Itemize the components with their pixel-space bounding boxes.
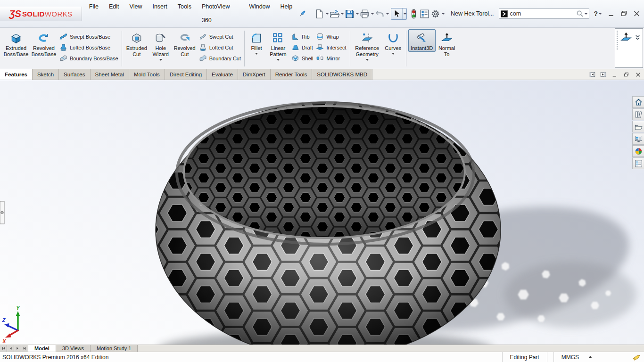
search-box: [499, 8, 589, 19]
lofted-cut-button[interactable]: Lofted Cut: [199, 43, 241, 51]
tab-sketch[interactable]: Sketch: [33, 69, 59, 80]
menu-window[interactable]: Window: [244, 0, 275, 27]
draft-button[interactable]: Draft: [291, 43, 313, 51]
linear-pattern-button[interactable]: Linear Pattern: [266, 29, 290, 61]
new-document-button[interactable]: [314, 8, 325, 19]
search-icon[interactable]: [576, 10, 584, 17]
boundary-cut-button[interactable]: Boundary Cut: [199, 54, 241, 62]
tab-evaluate[interactable]: Evaluate: [207, 69, 238, 80]
curves-button[interactable]: Curves: [382, 29, 404, 55]
pin-menu-icon[interactable]: [298, 9, 307, 18]
help-dropdown-arrow-icon[interactable]: [598, 8, 602, 19]
shell-button[interactable]: Shell: [291, 54, 313, 62]
rib-button[interactable]: Rib: [291, 33, 313, 41]
doc-close-button[interactable]: [632, 70, 644, 79]
save-button[interactable]: [344, 8, 355, 19]
doc-restore-button[interactable]: [620, 70, 632, 79]
mirror-button[interactable]: Mirror: [316, 54, 346, 62]
viewport-3d-model[interactable]: Y Z X: [0, 80, 644, 345]
lofted-boss-icon: [59, 43, 67, 51]
intersect-button[interactable]: Intersect: [316, 43, 346, 51]
extruded-boss-base-button[interactable]: Extruded Boss/Base: [2, 29, 30, 58]
menu-insert[interactable]: Insert: [147, 0, 172, 27]
new-dropdown-arrow-icon[interactable]: [325, 8, 329, 19]
menu-file[interactable]: File: [84, 0, 104, 27]
tab-surfaces[interactable]: Surfaces: [59, 69, 90, 80]
file-properties-button[interactable]: [419, 8, 430, 19]
menu-edit[interactable]: Edit: [104, 0, 124, 27]
custom-properties-icon[interactable]: [632, 157, 644, 169]
swept-boss-base-button[interactable]: Swept Boss/Base: [59, 33, 118, 41]
revolved-cut-button[interactable]: Revolved Cut: [172, 29, 198, 58]
tab-sheet-metal[interactable]: Sheet Metal: [91, 69, 129, 80]
lofted-cut-icon: [199, 43, 207, 51]
reference-geometry-button[interactable]: Reference Geometry: [352, 29, 382, 61]
toolbar-drag-handle[interactable]: [616, 30, 619, 50]
wrap-icon: [316, 33, 324, 41]
normal-to-button[interactable]: Normal To: [436, 29, 458, 58]
tab-model[interactable]: Model: [28, 345, 56, 352]
tab-direct-editing[interactable]: Direct Editing: [165, 69, 207, 80]
extruded-cut-icon: [131, 32, 143, 44]
tag-icon[interactable]: [632, 353, 642, 362]
swept-cut-button[interactable]: Swept Cut: [199, 33, 241, 41]
tab-features[interactable]: Features: [0, 69, 33, 80]
menu-view[interactable]: View: [124, 0, 148, 27]
revolved-boss-base-button[interactable]: Revolved Boss/Base: [30, 29, 58, 58]
close-button[interactable]: [630, 8, 643, 19]
doc-minimize-button[interactable]: [609, 70, 620, 79]
lofted-boss-base-button[interactable]: Lofted Boss/Base: [59, 43, 118, 51]
units-selector[interactable]: MMGS: [553, 352, 600, 362]
menu-photoview360[interactable]: PhotoView 360: [197, 0, 244, 27]
print-dropdown-arrow-icon[interactable]: [370, 8, 374, 19]
shell-icon: [291, 54, 299, 62]
collapse-pane-left-icon[interactable]: [587, 70, 598, 79]
normal-to-view-icon[interactable]: [620, 32, 632, 44]
help-button[interactable]: ?: [594, 10, 598, 17]
print-button[interactable]: [359, 8, 370, 19]
feature-manager-flyout-tab[interactable]: [0, 201, 4, 224]
restore-button[interactable]: [618, 8, 630, 19]
tab-motion-study[interactable]: Motion Study 1: [91, 345, 138, 352]
hex-torus-model[interactable]: [156, 102, 504, 345]
nav-last-icon[interactable]: [21, 345, 28, 352]
chevron-expand-icon[interactable]: [634, 34, 641, 41]
search-commands-icon[interactable]: [500, 10, 508, 18]
menu-tools[interactable]: Tools: [173, 0, 197, 27]
extruded-cut-button[interactable]: Extruded Cut: [124, 29, 149, 58]
open-button[interactable]: [329, 8, 340, 19]
menu-help[interactable]: Help: [275, 0, 298, 27]
select-cursor-button[interactable]: [391, 8, 402, 19]
appearances-icon[interactable]: [632, 145, 644, 157]
select-dropdown-arrow-icon[interactable]: [402, 8, 406, 19]
file-explorer-icon[interactable]: [632, 121, 644, 132]
tab-dimxpert[interactable]: DimXpert: [238, 69, 271, 80]
home-icon[interactable]: [632, 96, 644, 108]
rebuild-traffic-light-button[interactable]: [408, 8, 419, 19]
save-dropdown-arrow-icon[interactable]: [355, 8, 359, 19]
nav-prev-icon[interactable]: [7, 345, 14, 352]
hole-wizard-button[interactable]: Hole Wizard: [149, 29, 172, 61]
collapse-pane-right-icon[interactable]: [598, 70, 609, 79]
tab-mold-tools[interactable]: Mold Tools: [129, 69, 165, 80]
wrap-button[interactable]: Wrap: [316, 33, 346, 41]
nav-next-icon[interactable]: [14, 345, 21, 352]
options-dropdown-arrow-icon[interactable]: [441, 8, 445, 19]
undo-button[interactable]: [374, 8, 385, 19]
minimize-button[interactable]: [605, 8, 618, 19]
instant3d-button[interactable]: Instant3D: [408, 29, 436, 52]
design-library-icon[interactable]: [632, 108, 644, 120]
options-gear-button[interactable]: [430, 8, 441, 19]
view-palette-icon[interactable]: [632, 133, 644, 145]
fillet-button[interactable]: Fillet: [247, 29, 266, 55]
undo-dropdown-arrow-icon[interactable]: [385, 8, 389, 19]
search-input[interactable]: [508, 10, 576, 17]
nav-first-icon[interactable]: [0, 345, 7, 352]
tab-solidworks-mbd[interactable]: SOLIDWORKS MBD: [312, 69, 372, 80]
open-dropdown-arrow-icon[interactable]: [340, 8, 344, 19]
search-dropdown-arrow-icon[interactable]: [584, 8, 588, 19]
draft-icon: [291, 43, 299, 51]
boundary-boss-base-button[interactable]: Boundary Boss/Base: [59, 54, 118, 62]
tab-3d-views[interactable]: 3D Views: [56, 345, 91, 352]
tab-render-tools[interactable]: Render Tools: [271, 69, 313, 80]
